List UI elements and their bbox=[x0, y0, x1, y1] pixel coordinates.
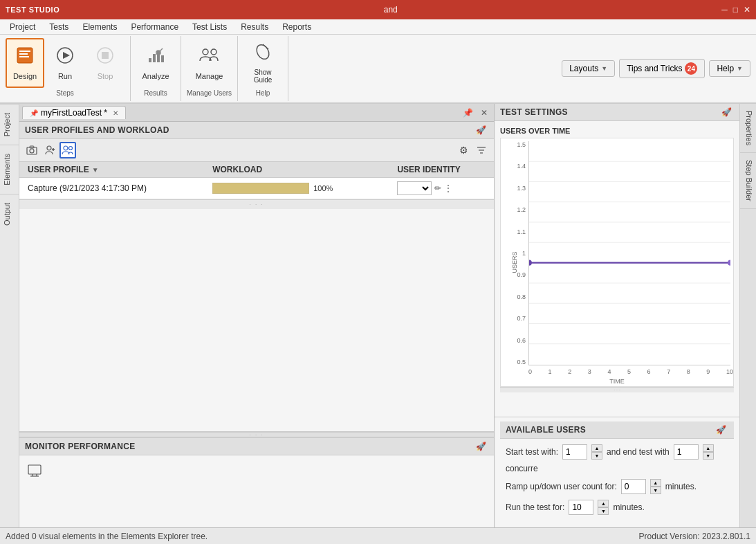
col-user-profile: USER PROFILE ▼ bbox=[24, 164, 208, 175]
steps-group-label: Steps bbox=[56, 89, 74, 100]
ramp-spin-up[interactable]: ▲ bbox=[650, 479, 661, 487]
tab-close-btn[interactable]: ✕ bbox=[477, 106, 491, 120]
show-guide-icon bbox=[253, 42, 273, 66]
camera-icon-btn[interactable] bbox=[24, 142, 40, 158]
right-panel: TEST SETTINGS 🚀 USERS OVER TIME USERS 1.… bbox=[494, 104, 739, 527]
person-group-icon-btn[interactable] bbox=[59, 142, 76, 158]
user-profiles-table-header: USER PROFILE ▼ WORKLOAD USER IDENTITY bbox=[19, 162, 494, 178]
tips-badge: 24 bbox=[685, 62, 697, 75]
tab-close-icon[interactable]: ✕ bbox=[113, 109, 118, 117]
tab-my-first-load-test[interactable]: 📌 myFirstLoadTest * ✕ bbox=[22, 106, 126, 119]
toolbar-group-results: Analyze Results bbox=[131, 36, 181, 101]
show-guide-button[interactable]: Show Guide bbox=[243, 38, 282, 88]
run-label: Run bbox=[58, 72, 72, 80]
chart-scroll-dots: · · · bbox=[614, 388, 620, 392]
test-settings-title: TEST SETTINGS bbox=[500, 107, 568, 117]
monitor-rocket-icon[interactable]: 🚀 bbox=[474, 441, 488, 452]
run-button[interactable]: Run bbox=[46, 38, 84, 88]
window-controls[interactable]: ─ □ ✕ bbox=[721, 5, 750, 15]
toolbar-group-steps: Design Run Stop bbox=[0, 36, 131, 101]
monitor-icon-btn[interactable] bbox=[25, 461, 44, 480]
filter-icon-btn[interactable] bbox=[473, 142, 490, 158]
available-users-settings: Start test with: ▲ ▼ and end test with ▲… bbox=[500, 439, 734, 523]
user-profiles-header: USER PROFILES AND WORKLOAD 🚀 bbox=[19, 122, 494, 139]
svg-rect-2 bbox=[19, 53, 28, 55]
run-spin-up[interactable]: ▲ bbox=[598, 500, 609, 507]
analyze-button[interactable]: Analyze bbox=[136, 38, 175, 88]
user-profiles-rocket-icon[interactable]: 🚀 bbox=[474, 125, 488, 136]
y-val-12: 1.2 bbox=[517, 206, 526, 213]
more-icon[interactable]: ⋮ bbox=[444, 183, 452, 193]
svg-point-24 bbox=[64, 146, 68, 150]
ramp-row: Ramp up/down user count for: ▲ ▼ minutes… bbox=[506, 479, 728, 494]
add-user-icon-btn[interactable] bbox=[42, 142, 58, 158]
user-profile-filter-icon[interactable]: ▼ bbox=[92, 166, 99, 174]
show-guide-label: Show Guide bbox=[247, 69, 279, 84]
x-val-2: 2 bbox=[568, 368, 571, 375]
top-right: Layouts ▼ Tips and Tricks 24 Help ▼ bbox=[562, 36, 756, 101]
test-settings-rocket-icon[interactable]: 🚀 bbox=[719, 107, 734, 118]
results-group-label: Results bbox=[144, 89, 167, 100]
run-spin-down[interactable]: ▼ bbox=[598, 507, 609, 515]
menu-tests[interactable]: Tests bbox=[42, 21, 75, 33]
sidebar-item-elements[interactable]: Elements bbox=[0, 145, 19, 194]
help-button[interactable]: Help ▼ bbox=[709, 60, 750, 77]
manage-button[interactable]: Manage bbox=[190, 38, 229, 88]
start-spin-down[interactable]: ▼ bbox=[591, 452, 602, 460]
identity-dropdown[interactable] bbox=[397, 181, 432, 195]
toolbar: Design Run Stop bbox=[0, 35, 756, 104]
menu-reports[interactable]: Reports bbox=[275, 21, 318, 33]
resize-handle[interactable]: · · · bbox=[19, 432, 494, 437]
tips-tricks-button[interactable]: Tips and Tricks 24 bbox=[619, 59, 705, 78]
end-spin-up[interactable]: ▲ bbox=[703, 444, 714, 452]
menu-performance[interactable]: Performance bbox=[124, 21, 185, 33]
toolbar-group-help: Show Guide Help bbox=[238, 36, 288, 101]
settings-icon-btn[interactable]: ⚙ bbox=[455, 142, 472, 158]
menu-project[interactable]: Project bbox=[3, 21, 42, 33]
tab-pin-btn[interactable]: 📌 bbox=[461, 106, 474, 120]
toolbar-buttons-steps: Design Run Stop bbox=[6, 38, 125, 88]
end-value-input[interactable] bbox=[674, 444, 699, 460]
svg-marker-5 bbox=[63, 52, 70, 59]
close-btn[interactable]: ✕ bbox=[744, 5, 750, 15]
svg-rect-1 bbox=[19, 51, 30, 52]
stop-button[interactable]: Stop bbox=[86, 38, 125, 88]
run-value-input[interactable] bbox=[569, 500, 593, 515]
ramp-value-input[interactable] bbox=[621, 479, 646, 494]
minimize-btn[interactable]: ─ bbox=[721, 5, 728, 15]
menu-test-lists[interactable]: Test Lists bbox=[185, 21, 234, 33]
col-workload: WORKLOAD bbox=[208, 164, 393, 175]
menu-results[interactable]: Results bbox=[234, 21, 275, 33]
design-button[interactable]: Design bbox=[6, 38, 44, 88]
workload-cell: 100% bbox=[208, 181, 393, 195]
toolbar-group-manage-users: Manage Manage Users bbox=[181, 36, 238, 101]
start-value-input[interactable] bbox=[562, 444, 587, 460]
workspace: 📌 myFirstLoadTest * ✕ 📌 ✕ USER PROFILES … bbox=[19, 104, 494, 527]
status-bar: Added 0 visual elements in the Elements … bbox=[0, 527, 756, 544]
x-val-4: 4 bbox=[607, 368, 611, 375]
x-val-8: 8 bbox=[687, 368, 690, 375]
ramp-spin: ▲ ▼ bbox=[650, 479, 661, 494]
menu-elements[interactable]: Elements bbox=[75, 21, 124, 33]
y-val-07: 0.7 bbox=[517, 315, 526, 322]
y-val-06: 0.6 bbox=[517, 337, 526, 344]
svg-point-16 bbox=[255, 42, 272, 61]
y-val-09: 0.9 bbox=[517, 271, 526, 278]
sidebar-item-project[interactable]: Project bbox=[0, 104, 19, 145]
y-val-05: 0.5 bbox=[517, 359, 526, 365]
x-val-1: 1 bbox=[548, 368, 552, 375]
run-label: Run the test for: bbox=[506, 502, 564, 512]
run-row: Run the test for: ▲ ▼ minutes. bbox=[506, 500, 728, 515]
properties-tab[interactable]: Properties bbox=[740, 104, 756, 153]
edit-identity-icon[interactable]: ✏ bbox=[434, 183, 441, 193]
end-spin-down[interactable]: ▼ bbox=[703, 452, 714, 460]
workload-bar bbox=[212, 183, 309, 194]
available-users-rocket-icon[interactable]: 🚀 bbox=[714, 424, 728, 435]
sidebar-item-output[interactable]: Output bbox=[0, 194, 19, 234]
step-builder-tab[interactable]: Step Builder bbox=[740, 153, 756, 209]
start-spin-up[interactable]: ▲ bbox=[591, 444, 602, 452]
maximize-btn[interactable]: □ bbox=[733, 5, 738, 15]
ramp-spin-down[interactable]: ▼ bbox=[650, 487, 661, 494]
layouts-button[interactable]: Layouts ▼ bbox=[562, 60, 615, 77]
x-val-3: 3 bbox=[588, 368, 591, 375]
